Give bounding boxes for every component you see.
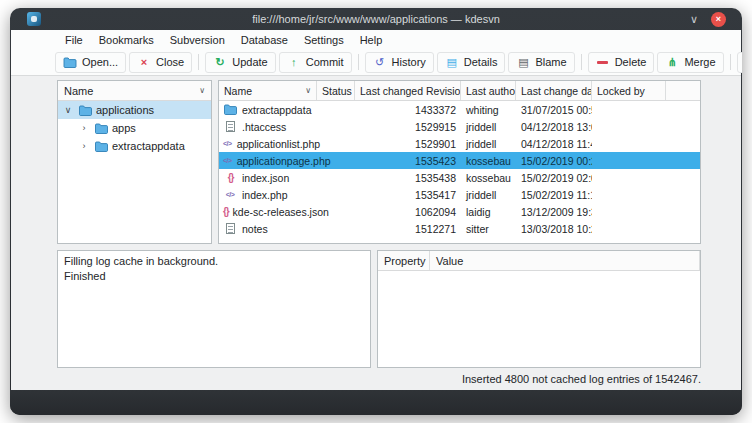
close-icon[interactable]: × <box>711 12 726 27</box>
file-row[interactable]: notes1512271sitter13/03/2018 10:26 <box>219 220 700 237</box>
toolbar-button-close[interactable]: ×Close <box>129 52 192 73</box>
titlebar-controls: ∨ × <box>690 8 726 30</box>
text-file-icon <box>223 222 237 235</box>
chevron-right-icon[interactable]: › <box>78 141 90 151</box>
tree-item-applications[interactable]: ∨applications <box>58 101 211 119</box>
toolbar-button-label: Merge <box>684 56 715 68</box>
minimize-icon[interactable]: ∨ <box>690 14 698 25</box>
bottom-split: Filling log cache in background.Finished… <box>11 250 741 368</box>
column-header-last-change-date[interactable]: Last change date <box>516 81 592 100</box>
toolbar-button-delete[interactable]: Delete <box>588 52 655 73</box>
file-row[interactable]: { }kde-sc-releases.json1062094laidig13/1… <box>219 203 700 220</box>
toolbar-button-label: Blame <box>535 56 566 68</box>
column-header-status[interactable]: Status <box>317 81 355 100</box>
property-panel: PropertyValue <box>377 250 701 368</box>
file-author-cell: sitter <box>461 223 516 235</box>
tree-item-label: extractappdata <box>112 140 185 152</box>
file-date-cell: 13/03/2018 10:26 <box>516 223 592 235</box>
file-name-label: applicationlist.php <box>237 138 320 150</box>
toolbar-button-details[interactable]: ▤Details <box>437 52 506 73</box>
toolbar-button-open[interactable]: Open... <box>55 52 126 73</box>
toolbar-button-label: History <box>392 56 426 68</box>
file-revision-cell: 1535417 <box>355 189 461 201</box>
file-list-header: Name∨StatusLast changed RevisionLast aut… <box>219 81 700 101</box>
commit-icon: ↑ <box>287 56 301 69</box>
column-header-label: Last change date <box>521 85 592 97</box>
column-header-locked-by[interactable]: Locked by <box>592 81 666 100</box>
tree-body: ∨applications›apps›extractappdata <box>58 101 211 243</box>
column-header-name[interactable]: Name∨ <box>219 81 317 100</box>
file-date-cell: 04/12/2018 13:01 <box>516 121 592 133</box>
menu-file[interactable]: File <box>57 32 91 48</box>
column-header-last-changed-revision[interactable]: Last changed Revision <box>355 81 461 100</box>
file-name-cell: extractappdata <box>219 103 317 116</box>
toolbar-button-update[interactable]: ↻Update <box>205 52 275 73</box>
toolbar-button-label: Close <box>156 56 184 68</box>
column-header-last-author[interactable]: Last author <box>461 81 516 100</box>
file-name-cell: </>applicationlist.php <box>219 137 317 150</box>
menu-subversion[interactable]: Subversion <box>162 32 233 48</box>
tree-item-apps[interactable]: ›apps <box>58 119 211 137</box>
file-row[interactable]: </>index.php1535417jriddell15/02/2019 11… <box>219 186 700 203</box>
details-icon: ▤ <box>445 56 459 69</box>
desktop-background: file:///home/jr/src/www/www/applications… <box>0 0 752 423</box>
tree-header-menu-icon[interactable]: ∨ <box>199 86 205 95</box>
menu-settings[interactable]: Settings <box>296 32 352 48</box>
file-name-cell: .htaccess <box>219 120 317 133</box>
chevron-down-icon[interactable]: ∨ <box>62 105 74 115</box>
toolbar-button-checkout[interactable]: ↧Checkout <box>737 52 742 73</box>
column-header-label: Last author <box>466 85 516 97</box>
toolbar-separator <box>198 54 199 70</box>
file-revision-cell: 1535438 <box>355 172 461 184</box>
file-row[interactable]: </>applicationpage.php1535423kossebau15/… <box>219 152 700 169</box>
toolbar-button-history[interactable]: ↺History <box>365 52 434 73</box>
file-name-label: notes <box>242 223 268 235</box>
tree-header[interactable]: Name ∨ <box>58 81 211 101</box>
titlebar[interactable]: file:///home/jr/src/www/www/applications… <box>10 8 742 30</box>
file-date-cell: 13/12/2009 19:31 <box>516 206 592 218</box>
toolbar: Open...×Close↻Update↑Commit↺History▤Deta… <box>11 49 741 76</box>
menu-bookmarks[interactable]: Bookmarks <box>91 32 162 48</box>
sort-indicator-icon: ∨ <box>305 86 311 95</box>
file-list-panel: Name∨StatusLast changed RevisionLast aut… <box>218 80 701 244</box>
menubar: FileBookmarksSubversionDatabaseSettingsH… <box>11 30 741 49</box>
toolbar-button-commit[interactable]: ↑Commit <box>279 52 352 73</box>
statusbar-message: Inserted 4800 not cached log entries of … <box>462 373 701 385</box>
file-row[interactable]: { }index.json1535438kossebau15/02/2019 0… <box>219 169 700 186</box>
toolbar-button-blame[interactable]: ▤Blame <box>508 52 574 73</box>
tree-item-label: applications <box>96 104 154 116</box>
file-revision-cell: 1529915 <box>355 121 461 133</box>
chevron-right-icon[interactable]: › <box>78 123 90 133</box>
file-date-cell: 15/02/2019 02:01 <box>516 172 592 184</box>
file-row[interactable]: </>applicationlist.php1529901jriddell04/… <box>219 135 700 152</box>
window-body: FileBookmarksSubversionDatabaseSettingsH… <box>11 30 741 390</box>
merge-icon: ⋔ <box>665 56 679 69</box>
toolbar-button-label: Delete <box>615 56 647 68</box>
toolbar-button-label: Commit <box>306 56 344 68</box>
menu-database[interactable]: Database <box>233 32 296 48</box>
property-column-header-value[interactable]: Value <box>430 251 700 270</box>
folder-icon <box>94 122 108 135</box>
file-name-cell: notes <box>219 222 317 235</box>
file-revision-cell: 1062094 <box>355 206 461 218</box>
toolbar-button-merge[interactable]: ⋔Merge <box>657 52 723 73</box>
file-row[interactable]: extractappdata1433372whiting31/07/2015 0… <box>219 101 700 118</box>
toolbar-button-label: Open... <box>82 56 118 68</box>
php-file-icon: </> <box>223 137 232 150</box>
delete-icon <box>596 56 610 69</box>
folder-open-icon <box>63 56 77 69</box>
log-line: Finished <box>64 269 364 284</box>
main-split: Name ∨ ∨applications›apps›extractappdata… <box>11 76 741 244</box>
menu-help[interactable]: Help <box>352 32 391 48</box>
file-date-cell: 31/07/2015 00:59 <box>516 104 592 116</box>
property-column-header-property[interactable]: Property <box>378 251 430 270</box>
folder-icon <box>223 103 237 116</box>
tree-item-extractappdata[interactable]: ›extractappdata <box>58 137 211 155</box>
tree-item-label: apps <box>112 122 136 134</box>
file-date-cell: 15/02/2019 00:24 <box>516 155 592 167</box>
kdesvn-window: file:///home/jr/src/www/www/applications… <box>10 8 742 415</box>
file-row[interactable]: .htaccess1529915jriddell04/12/2018 13:01 <box>219 118 700 135</box>
toolbar-separator <box>358 54 359 70</box>
file-revision-cell: 1529901 <box>355 138 461 150</box>
folder-icon <box>94 140 108 153</box>
